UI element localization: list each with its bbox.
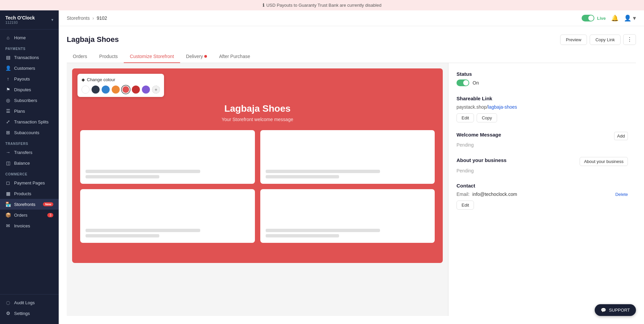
add-welcome-message-button[interactable]: Add [614, 132, 628, 140]
sidebar-item-payouts[interactable]: ↑ Payouts [0, 73, 59, 84]
product-card-line1 [86, 229, 200, 232]
contact-email: info@techoclock.com [472, 192, 517, 197]
company-name: Tech O'Clock [5, 15, 35, 20]
transfers-icon: → [5, 150, 11, 155]
link-actions: Edit Copy [457, 113, 628, 122]
sidebar-item-subscribers[interactable]: ◎ Subscribers [0, 95, 59, 106]
product-card-line2 [266, 234, 339, 237]
sidebar-item-label: Audit Logs [14, 300, 35, 305]
tab-delivery[interactable]: Delivery [180, 50, 213, 63]
page-actions: Preview Copy Link ⋮ [560, 34, 636, 45]
swatch-white[interactable] [82, 86, 90, 94]
status-toggle[interactable] [457, 79, 469, 86]
sidebar-item-transaction-splits[interactable]: ⤢ Transaction Splits [0, 116, 59, 127]
live-toggle[interactable]: Live [582, 15, 606, 21]
toggle-switch[interactable] [582, 15, 594, 21]
delete-contact-button[interactable]: Delete [615, 192, 628, 197]
breadcrumb-current: 9102 [97, 15, 107, 21]
contact-email-label: Email: [457, 192, 470, 197]
sidebar-item-products[interactable]: ▦ Products [0, 188, 59, 199]
customers-icon: 👤 [5, 65, 11, 71]
sidebar-item-plans[interactable]: ☰ Plans [0, 106, 59, 116]
sidebar-item-label: Customers [14, 66, 35, 71]
swatch-red[interactable] [122, 86, 130, 94]
product-card [80, 130, 255, 184]
preview-title: Lagbaja Shoes [80, 103, 435, 114]
top-banner: ℹ USD Payouts to Guaranty Trust Bank are… [0, 0, 644, 10]
copy-link-button[interactable]: Copy Link [590, 35, 621, 45]
balance-icon: ◫ [5, 160, 11, 166]
contact-section: Contact Email: info@techoclock.com Delet… [457, 183, 628, 210]
sidebar-item-home[interactable]: ⌂ Home [0, 32, 59, 43]
swatch-orange[interactable] [112, 86, 120, 94]
disputes-icon: ⚑ [5, 87, 11, 92]
user-avatar-icon[interactable]: 👤 ▾ [624, 14, 636, 22]
sidebar-item-label: Payment Pages [14, 180, 45, 185]
home-icon: ⌂ [5, 35, 11, 40]
shareable-link-text: paystack.shop/lagbaja-shoes [457, 104, 517, 110]
status-title: Status [457, 71, 628, 77]
support-button[interactable]: 💬 SUPPORT [595, 304, 636, 316]
status-section: Status On [457, 71, 628, 86]
sidebar-item-label: Plans [14, 109, 25, 114]
preview-column: ◆ Change colour + [67, 63, 448, 316]
sidebar-item-invoices[interactable]: ✉ Invoices [0, 220, 59, 231]
swatch-dark[interactable] [92, 86, 100, 94]
sidebar-item-label: Home [14, 35, 26, 40]
sidebar-item-balance[interactable]: ◫ Balance [0, 158, 59, 168]
welcome-message-section: Welcome Message Add Pending [457, 132, 628, 148]
preview-button[interactable]: Preview [560, 35, 587, 45]
contact-title: Contact [457, 183, 628, 188]
tab-orders[interactable]: Orders [67, 50, 93, 63]
welcome-message-value: Pending [457, 142, 628, 148]
edit-contact-button[interactable]: Edit [457, 201, 474, 210]
color-picker-panel: ◆ Change colour + [77, 74, 164, 97]
sidebar-item-orders[interactable]: 📦 Orders 3 [0, 210, 59, 220]
settings-icon: ⚙ [5, 311, 11, 316]
notification-bell-icon[interactable]: 🔔 [611, 14, 619, 22]
change-colour-button[interactable]: ◆ Change colour [82, 77, 160, 82]
subscribers-icon: ◎ [5, 98, 11, 103]
payment-pages-icon: ◻ [5, 180, 11, 185]
sidebar-item-subaccounts[interactable]: ⊞ Subaccounts [0, 127, 59, 138]
sidebar-item-transactions[interactable]: ▤ Transactions [0, 52, 59, 63]
sidebar-item-label: Storefronts [14, 202, 36, 207]
invoices-icon: ✉ [5, 223, 11, 228]
about-business-button[interactable]: About your business [580, 157, 628, 166]
sidebar-header[interactable]: Tech O'Clock 112193 ▾ [0, 10, 59, 30]
sidebar-item-label: Balance [14, 161, 30, 166]
tab-after-purchase[interactable]: After Purchase [213, 50, 256, 63]
swatch-darkred[interactable] [132, 86, 140, 94]
page-title-row: Lagbaja Shoes Preview Copy Link ⋮ [67, 34, 636, 45]
more-options-button[interactable]: ⋮ [623, 34, 636, 45]
breadcrumb-parent[interactable]: Storefronts [67, 15, 90, 21]
page-title: Lagbaja Shoes [67, 35, 119, 44]
sidebar-item-customers[interactable]: 👤 Customers [0, 63, 59, 73]
copy-slug-button[interactable]: Copy [477, 113, 497, 122]
sidebar-item-transfers[interactable]: → Transfers [0, 147, 59, 158]
nav-section-payments: PAYMENTS [0, 43, 59, 52]
product-card [260, 189, 435, 243]
swatch-add-button[interactable]: + [152, 86, 160, 94]
sidebar-item-label: Transaction Splits [14, 119, 49, 124]
main-content: Storefronts › 9102 Live 🔔 👤 ▾ Lagbaja Sh… [59, 10, 644, 324]
product-card-line1 [266, 229, 380, 232]
tab-customize-storefront[interactable]: Customize Storefront [124, 50, 180, 63]
product-grid [80, 130, 435, 243]
swatch-blue[interactable] [102, 86, 110, 94]
chevron-down-icon: ▾ [51, 17, 53, 22]
sidebar-item-settings[interactable]: ⚙ Settings [0, 308, 59, 319]
live-label: Live [597, 16, 606, 21]
sidebar-item-label: Transactions [14, 55, 39, 60]
sidebar-item-audit-logs[interactable]: ◌ Audit Logs [0, 297, 59, 308]
about-business-section: About your business About your business … [457, 157, 628, 173]
sidebar-item-payment-pages[interactable]: ◻ Payment Pages [0, 177, 59, 188]
edit-link-button[interactable]: Edit [457, 113, 474, 122]
new-badge: New [43, 202, 53, 206]
tab-products[interactable]: Products [93, 50, 124, 63]
sidebar-item-storefronts[interactable]: 🏪 Storefronts New [0, 199, 59, 210]
swatch-purple[interactable] [142, 86, 150, 94]
sidebar-item-label: Settings [14, 311, 30, 316]
sidebar-item-disputes[interactable]: ⚑ Disputes [0, 84, 59, 95]
sidebar-item-label: Payouts [14, 76, 30, 82]
